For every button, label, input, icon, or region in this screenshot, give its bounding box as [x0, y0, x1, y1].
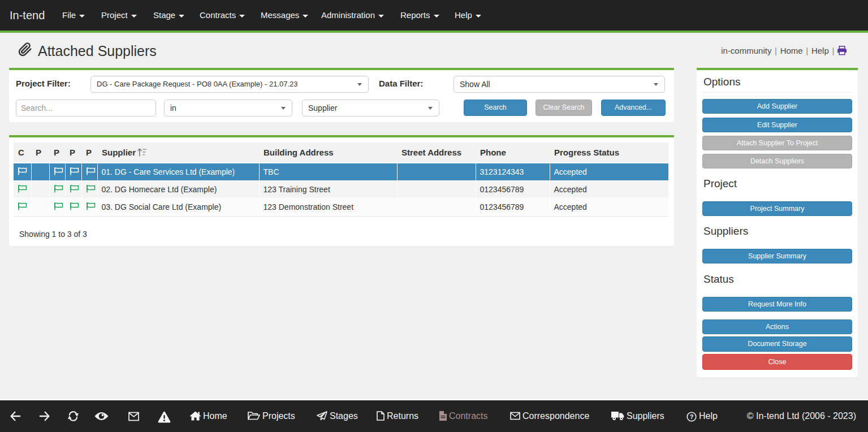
- svg-text:?: ?: [690, 413, 694, 420]
